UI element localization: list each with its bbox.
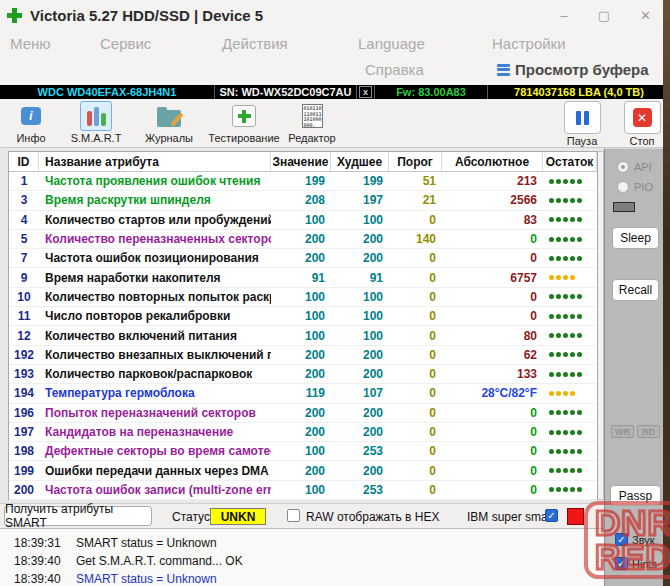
- passp-button[interactable]: Passp: [610, 485, 661, 506]
- maximize-button[interactable]: ▢: [598, 9, 610, 22]
- stop-icon: ✕: [633, 108, 652, 127]
- table-row[interactable]: 200Частота ошибок записи (multi-zone err…: [9, 481, 597, 500]
- column-header[interactable]: Порог: [389, 152, 442, 171]
- health-dot-icon: [563, 256, 568, 261]
- hints-checkbox-row[interactable]: ✓ Hints: [615, 557, 657, 570]
- menu-item-сервис[interactable]: Сервис: [100, 35, 151, 52]
- attr-id: 1: [9, 174, 39, 188]
- red-indicator[interactable]: [567, 508, 584, 525]
- attr-value: 100: [271, 483, 331, 497]
- column-header[interactable]: Название атрибута: [39, 152, 271, 171]
- hints-checkbox[interactable]: ✓: [615, 557, 628, 570]
- health-dot-icon: [556, 449, 561, 454]
- sound-checkbox-row[interactable]: ✓ Звук: [615, 533, 655, 546]
- table-row[interactable]: 197Кандидатов на переназначение20020000: [9, 423, 597, 442]
- minimize-button[interactable]: –: [561, 9, 568, 22]
- recall-button[interactable]: Recall: [612, 279, 659, 301]
- table-row[interactable]: 193Количество парковок/распарковок200200…: [9, 365, 597, 384]
- buffer-view-button[interactable]: Просмотр буфера: [497, 61, 649, 78]
- table-row[interactable]: 194Температура гермоблока119107028°C/82°…: [9, 384, 597, 403]
- main-area: IDНазвание атрибутаЗначениеХудшееПорогАб…: [0, 148, 663, 503]
- health-dot-icon: [549, 430, 554, 435]
- attr-value: 200: [271, 251, 331, 265]
- sound-checkbox[interactable]: ✓: [615, 533, 628, 546]
- health-dot-icon: [563, 294, 568, 299]
- attr-absolute: 6757: [442, 271, 543, 285]
- attr-worst: 100: [331, 309, 389, 323]
- close-button[interactable]: ✕: [640, 9, 651, 22]
- menu-item-help[interactable]: Справка: [365, 61, 424, 78]
- column-header[interactable]: Остаток: [543, 152, 597, 171]
- attr-threshold: 140: [389, 232, 442, 246]
- menu-item-language[interactable]: Language: [358, 35, 425, 52]
- menu-item-настройки[interactable]: Настройки: [492, 35, 566, 52]
- column-header[interactable]: Абсолютное: [442, 152, 543, 171]
- pio-radio[interactable]: PIO: [617, 181, 653, 193]
- menu-item-меню[interactable]: Меню: [10, 35, 51, 52]
- table-row[interactable]: 192Количество внезапных выключений пит..…: [9, 346, 597, 365]
- column-header[interactable]: Значение: [271, 152, 331, 171]
- table-row[interactable]: 196Попыток переназначений секторов200200…: [9, 404, 597, 423]
- ibm-super-smart-checkbox[interactable]: ✓: [545, 509, 558, 522]
- side-panel: API PIO Sleep Recall WR RD Passp ✓ Звук …: [604, 148, 663, 586]
- health-dot-icon: [556, 294, 561, 299]
- get-smart-attributes-button[interactable]: Получить атрибуты SMART: [4, 506, 152, 526]
- table-row[interactable]: 198Дефектные секторы во время самотеста1…: [9, 442, 597, 461]
- toolbar-button-pause[interactable]: Пауза: [563, 101, 601, 147]
- toolbar-button-smart[interactable]: S.M.A.R.T: [60, 101, 132, 144]
- toolbar-button-testing[interactable]: Тестирование: [196, 101, 292, 144]
- menu-item-действия[interactable]: Действия: [222, 35, 288, 52]
- api-radio[interactable]: API: [617, 161, 652, 173]
- health-dot-icon: [570, 217, 575, 222]
- health-dot-icon: [570, 179, 575, 184]
- attr-value: 100: [271, 213, 331, 227]
- attr-name: Время наработки накопителя: [39, 271, 271, 285]
- health-dot-icon: [556, 410, 561, 415]
- column-header[interactable]: Худшее: [331, 152, 389, 171]
- health-dot-icon: [556, 487, 561, 492]
- device-serial: SN: WD-WX52DC09C7AU: [215, 85, 357, 99]
- toolbar-button-editor[interactable]: 010110 110011 101000 000.Редактор: [280, 101, 344, 144]
- status-label: Статус:: [172, 510, 213, 524]
- attr-name: Количество повторных попыток раскру...: [39, 290, 271, 304]
- table-row[interactable]: 1Частота проявления ошибок чтения1991995…: [9, 172, 597, 191]
- toolbar-button-info[interactable]: iИнфо: [8, 101, 54, 144]
- health-dot-icon: [549, 179, 554, 184]
- table-row[interactable]: 4Количество стартов или пробуждений10010…: [9, 211, 597, 230]
- health-dot-icon: [549, 487, 554, 492]
- attr-id: 194: [9, 386, 39, 400]
- rd-button[interactable]: RD: [637, 425, 660, 438]
- attr-id: 198: [9, 444, 39, 458]
- table-row[interactable]: 9Время наработки накопителя919106757: [9, 268, 597, 287]
- toolbar: iИнфоS.M.A.R.TЖурналыТестирование010110 …: [0, 99, 663, 148]
- toolbar-label: S.M.A.R.T: [71, 132, 122, 144]
- table-row[interactable]: 12Количество включений питания100100080: [9, 326, 597, 345]
- menu-bar: МенюСервисДействияLanguageНастройки Спра…: [0, 30, 663, 85]
- table-row[interactable]: 3Время раскрутки шпинделя208197212566: [9, 191, 597, 210]
- table-row[interactable]: 10Количество повторных попыток раскру...…: [9, 288, 597, 307]
- device-x-marker[interactable]: x: [357, 85, 375, 99]
- health-dot-icon: [549, 352, 554, 357]
- toolbar-button-journals[interactable]: Журналы: [136, 101, 202, 144]
- attr-threshold: 0: [389, 444, 442, 458]
- table-row[interactable]: 5Количество переназначенных секторов2002…: [9, 230, 597, 249]
- toolbar-button-stop[interactable]: ✕Стоп: [623, 101, 661, 147]
- attr-name: Частота проявления ошибок чтения: [39, 174, 271, 188]
- raw-hex-checkbox[interactable]: [287, 509, 300, 522]
- health-dot-icon: [563, 468, 568, 473]
- sleep-button[interactable]: Sleep: [612, 227, 659, 249]
- attr-value: 200: [271, 464, 331, 478]
- health-dot-icon: [577, 410, 582, 415]
- attr-absolute: 0: [442, 309, 543, 323]
- attr-value: 100: [271, 290, 331, 304]
- health-dot-icon: [570, 275, 575, 280]
- wr-button[interactable]: WR: [611, 425, 634, 438]
- attr-worst: 253: [331, 444, 389, 458]
- table-row[interactable]: 199Ошибки передачи данных через DMA20020…: [9, 461, 597, 480]
- column-header[interactable]: ID: [9, 152, 39, 171]
- testing-plus-icon: [232, 105, 256, 127]
- health-dot-icon: [556, 333, 561, 338]
- table-row[interactable]: 11Число повторов рекалибровки10010000: [9, 307, 597, 326]
- table-row[interactable]: 7Частота ошибок позиционирования20020000: [9, 249, 597, 268]
- attr-value: 200: [271, 232, 331, 246]
